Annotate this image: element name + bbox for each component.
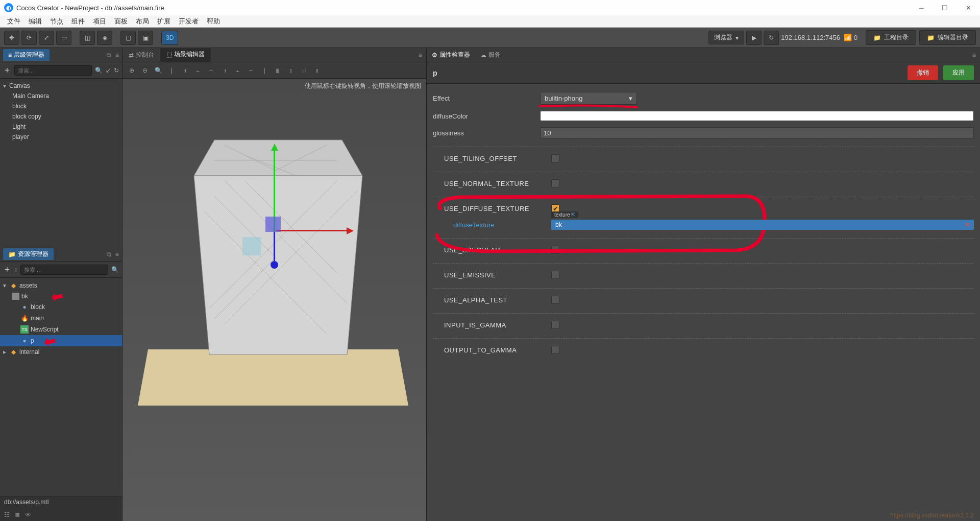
- apply-button[interactable]: 应用: [943, 65, 974, 80]
- tree-item[interactable]: block copy: [0, 111, 122, 122]
- dist-v2-icon[interactable]: ⫾: [311, 64, 324, 77]
- hierarchy-tab[interactable]: ≡ 层级管理器: [3, 49, 50, 61]
- hierarchy-search-input[interactable]: [14, 65, 92, 76]
- tree-item[interactable]: block: [0, 101, 122, 111]
- param-checkbox[interactable]: [551, 296, 559, 304]
- refresh-hier-icon[interactable]: ↻: [114, 67, 119, 74]
- gizmo-plane[interactable]: [242, 237, 261, 255]
- param-label: USE_DIFFUSE_TEXTURE: [444, 205, 551, 212]
- menu-panel[interactable]: 面板: [110, 17, 132, 26]
- rect-tool-icon[interactable]: ▭: [56, 31, 71, 45]
- param-checkbox[interactable]: [551, 271, 559, 279]
- browser-select[interactable]: 浏览器 ▾: [708, 31, 744, 44]
- menu-file[interactable]: 文件: [3, 17, 24, 26]
- param-checkbox[interactable]: [551, 346, 559, 354]
- add-node-button[interactable]: ＋: [3, 65, 11, 76]
- search-icon[interactable]: 🔍: [95, 67, 103, 74]
- zoom-out-icon[interactable]: ⊖: [139, 64, 151, 77]
- tree-item[interactable]: Main Camera: [0, 91, 122, 101]
- panel-popout-icon[interactable]: ⧉: [107, 52, 111, 59]
- dist-v-icon[interactable]: ⫾: [285, 64, 297, 77]
- param-checkbox[interactable]: [551, 154, 559, 162]
- anchor-tool-icon[interactable]: ◈: [97, 31, 112, 45]
- panel-menu-icon[interactable]: ≡: [115, 52, 119, 59]
- param-label: USE_EMISSIVE: [444, 271, 551, 279]
- rotate-tool-icon[interactable]: ⟳: [21, 31, 37, 45]
- sep-icon: |: [165, 64, 178, 77]
- align-r-icon[interactable]: ⫟: [205, 64, 217, 77]
- refresh-button[interactable]: ↻: [764, 31, 779, 45]
- assets-root[interactable]: ▾◆assets: [0, 280, 122, 291]
- param-checkbox[interactable]: [551, 179, 559, 187]
- search-icon[interactable]: 🔍: [111, 266, 119, 273]
- asset-item-bk[interactable]: ▸bk ⬅: [0, 291, 122, 301]
- pivot-tool-icon[interactable]: ◫: [80, 31, 95, 45]
- eye-icon[interactable]: 👁: [25, 511, 31, 518]
- sort-icon[interactable]: ↕: [14, 266, 17, 273]
- add-asset-button[interactable]: ＋: [3, 264, 11, 275]
- menu-project[interactable]: 项目: [89, 17, 110, 26]
- zoom-in-icon[interactable]: ⊕: [126, 64, 138, 77]
- collapse-icon[interactable]: ↙: [106, 67, 111, 74]
- revert-button[interactable]: 撤销: [908, 65, 938, 80]
- panel-menu-icon[interactable]: ≡: [115, 251, 119, 258]
- asset-item-p[interactable]: ●p ⬅: [0, 335, 122, 346]
- inspector-tab[interactable]: ⚙ 属性检查器: [427, 48, 475, 62]
- align-m-icon[interactable]: ⫠: [232, 64, 244, 77]
- gizmo-z-axis[interactable]: [274, 232, 275, 263]
- menu-help[interactable]: 帮助: [203, 17, 224, 26]
- dist-h-icon[interactable]: ⫼: [272, 64, 284, 77]
- glossiness-input[interactable]: 10: [540, 127, 974, 138]
- diffusecolor-input[interactable]: [540, 111, 974, 121]
- editor-dir-button[interactable]: 📁编辑器目录: [919, 30, 976, 45]
- db-icon[interactable]: ≣: [15, 511, 20, 518]
- scene-tab[interactable]: ⬚ 场景编辑器: [160, 48, 211, 62]
- align-t-icon[interactable]: ⫞: [218, 64, 231, 77]
- console-tab[interactable]: ⇄ 控制台: [122, 48, 160, 62]
- panel-menu-icon[interactable]: ≡: [972, 52, 976, 59]
- align-b-icon[interactable]: ⫟: [245, 64, 257, 77]
- tree-item[interactable]: Light: [0, 122, 122, 132]
- device-tool-icon[interactable]: ▢: [120, 31, 136, 45]
- effect-select[interactable]: builtin-phong▾: [540, 92, 637, 105]
- align-l-icon[interactable]: ⫞: [179, 64, 191, 77]
- asset-item-newscript[interactable]: TSNewScript: [0, 324, 122, 335]
- minimize-button[interactable]: ─: [910, 0, 933, 15]
- console-icon[interactable]: ☷: [4, 511, 10, 518]
- assets-internal[interactable]: ▸◆internal: [0, 346, 122, 358]
- clear-texture-icon[interactable]: ✕: [965, 221, 970, 228]
- menu-layout[interactable]: 布局: [132, 17, 153, 26]
- panel-popout-icon[interactable]: ⧉: [107, 251, 111, 258]
- param-checkbox[interactable]: [551, 246, 559, 254]
- assets-search-input[interactable]: [20, 265, 108, 275]
- device2-tool-icon[interactable]: ▣: [138, 31, 153, 45]
- assets-tab[interactable]: 📁 资源管理器: [3, 248, 54, 260]
- close-button[interactable]: ✕: [957, 0, 980, 15]
- play-button[interactable]: ▶: [746, 31, 762, 45]
- asset-item-block[interactable]: ●block: [0, 301, 122, 313]
- scene-viewport[interactable]: 使用鼠标右键旋转视角，使用滚轮缩放视图: [122, 79, 426, 521]
- asset-item-main[interactable]: 🔥main: [0, 313, 122, 324]
- project-dir-button[interactable]: 📁工程目录: [866, 30, 916, 45]
- gizmo-center-cube[interactable]: [265, 217, 281, 232]
- menu-extension[interactable]: 扩展: [153, 17, 175, 26]
- menu-edit[interactable]: 编辑: [24, 17, 46, 26]
- menu-node[interactable]: 节点: [46, 17, 67, 26]
- tree-root-canvas[interactable]: ▾Canvas: [0, 81, 122, 91]
- scale-tool-icon[interactable]: ⤢: [39, 31, 54, 45]
- param-checkbox[interactable]: [551, 321, 559, 329]
- menu-developer[interactable]: 开发者: [175, 17, 203, 26]
- menu-component[interactable]: 组件: [67, 17, 89, 26]
- zoom-fit-icon[interactable]: 🔍: [152, 64, 164, 77]
- panel-menu-icon[interactable]: ≡: [419, 52, 422, 59]
- gizmo-x-axis[interactable]: [276, 230, 352, 231]
- diffusetexture-slot[interactable]: bk✕: [551, 220, 974, 230]
- dist-h2-icon[interactable]: ⫼: [298, 64, 310, 77]
- 3d-toggle[interactable]: 3D: [161, 31, 178, 45]
- maximize-button[interactable]: ☐: [933, 0, 957, 15]
- move-tool-icon[interactable]: ✥: [4, 31, 19, 45]
- services-tab[interactable]: ☁ 服务: [475, 48, 506, 62]
- tree-item[interactable]: player: [0, 132, 122, 142]
- align-c-icon[interactable]: ⫠: [192, 64, 204, 77]
- hierarchy-tree: ▾Canvas Main Camera block block copy Lig…: [0, 79, 122, 247]
